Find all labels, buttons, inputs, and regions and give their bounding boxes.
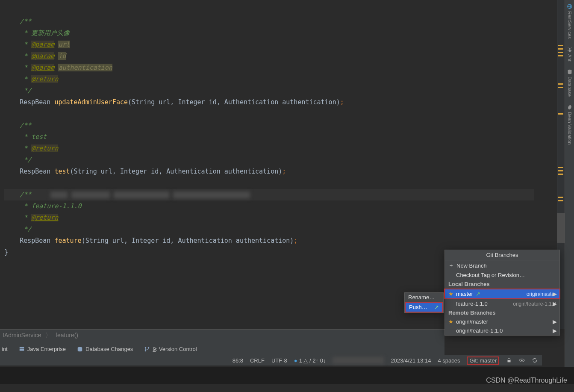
caret-pos[interactable]: 86:8 <box>233 357 243 364</box>
remote-branches-header: Remote Branches <box>445 308 559 317</box>
globe-icon: ● <box>294 357 297 364</box>
tool-java-enterprise[interactable]: Java Enterprise <box>19 346 66 352</box>
checkout-tag[interactable]: Checkout Tag or Revision… <box>445 271 559 280</box>
database-icon <box>77 346 83 352</box>
breadcrumb[interactable]: IAdminService 〉 feature() <box>0 329 444 343</box>
server-icon <box>19 346 25 352</box>
ctx-push[interactable]: Push… ↗ <box>406 303 442 312</box>
new-branch[interactable]: ＋ New Branch <box>445 260 559 271</box>
crumb-method[interactable]: feature() <box>56 332 78 339</box>
local-branches-header: Local Branches <box>445 280 559 289</box>
tool-tabs: int Java Enterprise Database Changes 9: … <box>0 343 444 355</box>
svg-point-3 <box>145 347 147 348</box>
right-tool-rail: RestServices Ant Database Bean Validatio… <box>565 0 574 367</box>
branch-master[interactable]: ★ master ↗ origin/master ▶ <box>445 289 559 298</box>
star-icon: ★ <box>448 318 453 325</box>
rail-database[interactable]: Database <box>567 69 573 97</box>
svg-rect-0 <box>19 347 24 348</box>
bean-icon <box>567 104 573 110</box>
branch-context-menu: Rename… Push… ↗ <box>404 292 444 313</box>
svg-point-11 <box>568 50 571 52</box>
tool-database-changes[interactable]: Database Changes <box>77 346 133 352</box>
arrow-up-icon: ↗ <box>434 304 439 310</box>
blurred <box>333 357 384 364</box>
indent[interactable]: 4 spaces <box>438 357 460 364</box>
branch-feature[interactable]: feature-1.1.0 origin/feature-1.1.0 ▶ <box>445 299 559 308</box>
eye-icon[interactable] <box>519 357 525 363</box>
encoding[interactable]: UTF-8 <box>271 357 287 364</box>
arrow-up-icon: ↗ <box>476 291 480 297</box>
sync-icon[interactable] <box>532 357 538 363</box>
remote-origin-feature[interactable]: origin/feature-1.1.0 ▶ <box>445 326 559 335</box>
svg-point-10 <box>569 48 571 50</box>
database-icon <box>567 69 573 75</box>
tool-int[interactable]: int <box>2 346 8 352</box>
ctx-rename[interactable]: Rename… <box>405 293 443 302</box>
chevron-right-icon: 〉 <box>45 332 51 339</box>
rail-bean-validation[interactable]: Bean Validation <box>567 104 573 144</box>
rest-icon <box>567 3 573 9</box>
svg-rect-1 <box>19 349 24 351</box>
doc-title: 更新用户头像 <box>31 29 70 37</box>
lock-icon[interactable] <box>506 357 512 363</box>
submenu-arrow-icon: ▶ <box>553 291 557 297</box>
ant-icon <box>567 47 573 53</box>
svg-rect-6 <box>508 360 511 362</box>
popup-title: Git Branches <box>445 250 559 260</box>
submenu-arrow-icon: ▶ <box>553 327 557 334</box>
svg-point-4 <box>148 347 150 348</box>
watermark: CSDN @ReadThroughLife <box>486 377 567 384</box>
status-bar: 86:8 CRLF UTF-8 ● 1 △ / 2↑ 0↓ 2023/4/21 … <box>0 355 542 365</box>
crumb-class[interactable]: IAdminService <box>3 332 41 339</box>
star-icon: ★ <box>448 291 453 297</box>
submenu-arrow-icon: ▶ <box>553 318 557 325</box>
branch-icon <box>144 346 150 352</box>
timestamp: 2023/4/21 13:14 <box>391 357 431 364</box>
tool-version-control[interactable]: 9: Version Control <box>144 346 197 352</box>
plus-icon: ＋ <box>448 262 454 269</box>
remote-origin-master[interactable]: ★ origin/master ▶ <box>445 317 559 326</box>
svg-point-8 <box>521 360 523 361</box>
rail-restservices[interactable]: RestServices <box>567 3 573 39</box>
git-status[interactable]: Git: master <box>467 357 499 365</box>
inspections[interactable]: ● 1 △ / 2↑ 0↓ <box>294 357 326 364</box>
svg-point-13 <box>567 105 572 110</box>
rail-ant[interactable]: Ant <box>567 47 573 62</box>
line-ending[interactable]: CRLF <box>250 357 265 364</box>
submenu-arrow-icon: ▶ <box>553 301 557 307</box>
git-branches-popup: Git Branches ＋ New Branch Checkout Tag o… <box>444 250 560 336</box>
